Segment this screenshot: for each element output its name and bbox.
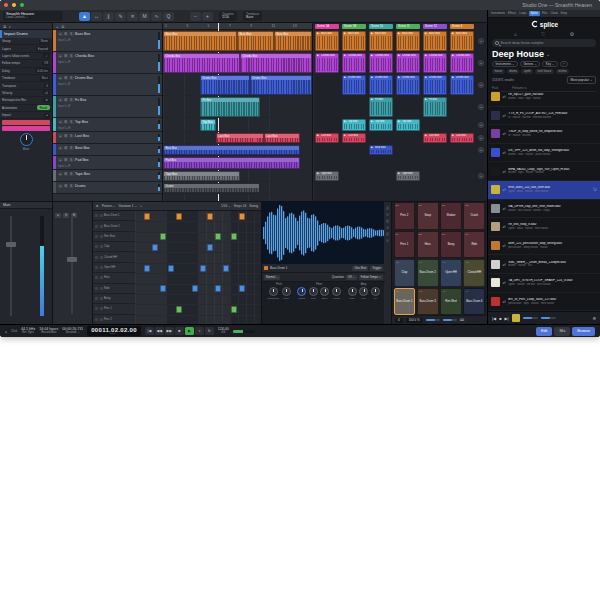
- track-header[interactable]: ●MSPad BoxInput L+R: [53, 156, 163, 170]
- lane-mute-button[interactable]: [95, 235, 98, 238]
- knob-cutoff[interactable]: Cutoff: [297, 287, 306, 300]
- step-cell[interactable]: [207, 244, 213, 251]
- pattern-lane-label[interactable]: Perc 1: [93, 304, 135, 314]
- launcher-clip-cell[interactable]: ▶Chorda Box: [423, 53, 447, 73]
- launcher-panel[interactable]: Scene 1AScene 1BScene 10Scene 11Scene 12…: [312, 23, 487, 201]
- favorite-heart-icon[interactable]: ♡: [593, 187, 597, 192]
- lane-solo-button[interactable]: [100, 287, 103, 290]
- pad-bank-dot[interactable]: [386, 239, 390, 243]
- lane-solo-button[interactable]: [100, 266, 103, 269]
- knob-punch[interactable]: Punch: [332, 287, 341, 300]
- mute-button[interactable]: M: [64, 158, 69, 163]
- step-cell[interactable]: [144, 265, 150, 272]
- browser-tab-shop[interactable]: Shop: [560, 12, 568, 15]
- lane-mute-button[interactable]: [95, 307, 98, 310]
- pad-stretch-value[interactable]: 100.0 %: [406, 318, 423, 323]
- step-cell[interactable]: [152, 244, 158, 251]
- pad-a4[interactable]: A4Bass Drum 4: [463, 288, 485, 316]
- solo-button[interactable]: S: [69, 54, 74, 59]
- scene-stop-button[interactable]: ●: [478, 104, 484, 110]
- knob-dial[interactable]: [282, 287, 291, 296]
- tag-chip[interactable]: techno: [556, 69, 569, 75]
- step-cell[interactable]: [200, 265, 206, 272]
- step-cell[interactable]: [160, 285, 166, 292]
- scene-stop-button[interactable]: ●: [478, 135, 484, 141]
- pad-b6[interactable]: B6Snap: [417, 202, 439, 230]
- solo-button[interactable]: S: [69, 32, 74, 37]
- step-cell[interactable]: [207, 213, 213, 220]
- knob-vol[interactable]: Vol: [371, 287, 380, 300]
- timebase-dropdown[interactable]: Timebase Bars: [243, 11, 262, 21]
- inspector-color-slot[interactable]: [2, 126, 50, 131]
- erase-tool[interactable]: ✕: [127, 12, 138, 21]
- launcher-play-icon[interactable]: ▶: [371, 54, 373, 57]
- launcher-clip-cell[interactable]: ▶Bass Box: [342, 31, 366, 51]
- main-knob[interactable]: [20, 133, 33, 146]
- launcher-clip-cell[interactable]: ▶Drums Box: [369, 75, 393, 95]
- launcher-clip-cell[interactable]: ▶Bass Box: [450, 31, 474, 51]
- filter-chip[interactable]: Genres ⌄: [520, 61, 540, 68]
- pattern-menu-item[interactable]: Variation 1 ⌄: [119, 204, 138, 208]
- inspector-row-value[interactable]: Expand: [36, 46, 50, 51]
- arrangement-view[interactable]: 135791113 Bass BoxBass BoxBass BoxChorda…: [163, 23, 312, 201]
- inspector-row-value[interactable]: Off: [42, 61, 50, 66]
- sample-row[interactable]: ⇄MPA_SA002_Loop_Tops_909_Open_H.wavdrums…: [488, 162, 600, 181]
- launcher-clip-cell[interactable]: ▶Drums Box: [450, 75, 474, 95]
- pattern-lane-label[interactable]: Clap: [93, 242, 135, 252]
- menu-icon[interactable]: ≣: [3, 24, 6, 29]
- launcher-play-icon[interactable]: ▶: [371, 98, 373, 101]
- sample-row[interactable]: ⇄msh_bass_124_raw_86m.wavsynth · bass · …: [488, 181, 600, 200]
- arrow-tool[interactable]: ▲: [79, 12, 90, 21]
- player-settings-gear-icon[interactable]: ⚙: [592, 316, 596, 321]
- inspector-row[interactable]: Delay0.00 ms: [0, 68, 52, 75]
- knob-dial[interactable]: [269, 287, 278, 296]
- pattern-lane-label[interactable]: Perc 2: [93, 315, 135, 324]
- launcher-play-icon[interactable]: ▶: [425, 98, 427, 101]
- step-cell[interactable]: [239, 213, 245, 220]
- launcher-play-icon[interactable]: ▶: [344, 76, 346, 79]
- console-fader-handle[interactable]: [6, 242, 16, 247]
- pattern-lane-label[interactable]: Bong: [93, 294, 135, 304]
- solo-button[interactable]: S: [69, 120, 74, 125]
- lane-mute-button[interactable]: [95, 256, 98, 259]
- title-bar[interactable]: Studio One — Smashh Heaven: [0, 0, 600, 10]
- solo-button[interactable]: S: [69, 98, 74, 103]
- launcher-play-icon[interactable]: ▶: [425, 32, 427, 35]
- next-button[interactable]: ▶|: [505, 316, 509, 321]
- browser-tab-files[interactable]: Files: [541, 12, 549, 15]
- tag-chip[interactable]: house: [492, 69, 505, 75]
- mute-button[interactable]: M: [64, 184, 69, 189]
- lane-mute-button[interactable]: [95, 287, 98, 290]
- scene-header[interactable]: Scene 4: [450, 24, 474, 30]
- sample-row[interactable]: ⇄NA_DPRH_clap_one_shot_mami.wavhouse · t…: [488, 200, 600, 219]
- browser-tab-effects[interactable]: Effects: [507, 12, 517, 15]
- one-shot-button[interactable]: One Shot: [352, 266, 368, 271]
- filter-chip[interactable]: Key ⌄: [542, 61, 558, 68]
- pattern-lane-label[interactable]: Hats: [93, 273, 135, 283]
- add-track-button[interactable]: +: [56, 24, 58, 29]
- arrangement-clip[interactable]: Drums: [163, 183, 260, 193]
- track-header[interactable]: ●MSChorda BoxInput L+R: [53, 52, 163, 74]
- drag-to-daw-icon[interactable]: ⇄: [503, 299, 506, 304]
- sample-row[interactable]: ⇄DS_VPP_125_drum_hat_loop_stronger.wavdr…: [488, 144, 600, 163]
- inspector-row-value[interactable]: 0.00 ms: [35, 68, 50, 73]
- track-header[interactable]: ●MSBass BoxInput L+R: [53, 30, 163, 52]
- inspector-row[interactable]: Layers follow events✓: [0, 53, 52, 60]
- arrangement-clip[interactable]: Bass Box: [237, 31, 274, 51]
- inspector-row[interactable]: LayersExpand: [0, 45, 52, 52]
- knob-dial[interactable]: [320, 287, 329, 296]
- launcher-clip-cell[interactable]: ▶Bass Box: [315, 31, 339, 51]
- track-header[interactable]: ●MSBeat Box: [53, 144, 163, 156]
- mute-button[interactable]: M: [64, 134, 69, 139]
- sample-row[interactable]: ⇄TA_UHT_SYNTH_LOOP_SHARP_124_G.wavsynth …: [488, 274, 600, 293]
- track-input-label[interactable]: Input L+R: [58, 60, 70, 64]
- arrangement-clip[interactable]: Tape Box: [163, 171, 240, 181]
- launcher-clip-cell[interactable]: ▶Top Box: [396, 119, 420, 131]
- collection-heading[interactable]: Deep House ⌄: [492, 49, 596, 59]
- waveform-display[interactable]: [262, 202, 385, 264]
- lane-solo-button[interactable]: [100, 225, 103, 228]
- step-grid[interactable]: [135, 211, 261, 324]
- launcher-play-icon[interactable]: ▶: [452, 76, 454, 79]
- loop-button[interactable]: ↻: [205, 327, 214, 335]
- record-arm-button[interactable]: ●: [58, 98, 63, 103]
